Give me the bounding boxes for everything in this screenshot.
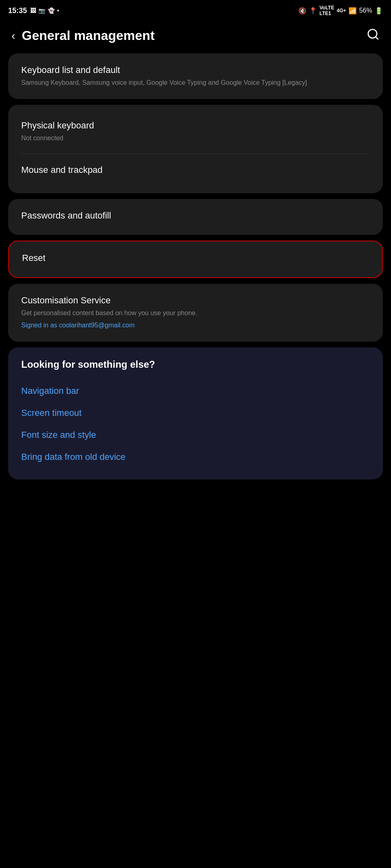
keyboard-list-card[interactable]: Keyboard list and default Samsung Keyboa… — [8, 53, 383, 99]
volte-icon: VoLTELTE1 — [320, 5, 334, 16]
physical-keyboard-card: Physical keyboard Not connected Mouse an… — [8, 105, 383, 193]
mouse-trackpad-title: Mouse and trackpad — [21, 165, 370, 175]
physical-keyboard-title: Physical keyboard — [21, 120, 370, 131]
customisation-service-title: Customisation Service — [21, 295, 370, 306]
snapchat-icon: 👻 — [48, 7, 55, 14]
mouse-trackpad-item[interactable]: Mouse and trackpad — [21, 161, 370, 182]
font-size-style-link[interactable]: Font size and style — [21, 424, 370, 446]
customisation-service-link: Signed in as coolarihant95@gmail.com — [21, 320, 370, 330]
looking-section: Looking for something else? Navigation b… — [8, 347, 383, 479]
looking-title: Looking for something else? — [21, 359, 370, 370]
keyboard-list-title: Keyboard list and default — [21, 65, 370, 75]
reset-title: Reset — [22, 253, 369, 263]
dot-icon: • — [57, 7, 59, 14]
status-right-icons: 🔇 📍 VoLTELTE1 4G+ 📶 56% 🔋 — [298, 5, 383, 16]
customisation-service-card[interactable]: Customisation Service Get personalised c… — [8, 284, 383, 342]
customisation-service-subtitle: Get personalised content based on how yo… — [21, 308, 370, 318]
status-time: 15:35 🖼 📷 👻 • — [8, 7, 59, 15]
physical-keyboard-subtitle: Not connected — [21, 133, 370, 143]
status-notification-icons: 🖼 📷 👻 • — [30, 7, 59, 14]
battery-icon: 🔋 — [375, 7, 383, 15]
instagram-icon: 📷 — [38, 7, 45, 14]
signal-icon: 📶 — [349, 7, 357, 15]
passwords-autofill-title: Passwords and autofill — [21, 210, 370, 221]
svg-line-1 — [375, 37, 378, 39]
settings-content: Keyboard list and default Samsung Keyboa… — [0, 53, 391, 488]
reset-card[interactable]: Reset — [8, 241, 383, 278]
passwords-autofill-card[interactable]: Passwords and autofill — [8, 199, 383, 235]
page-title: General management — [22, 28, 154, 43]
4g-icon: 4G+ — [337, 8, 346, 13]
location-icon: 📍 — [309, 7, 317, 15]
physical-keyboard-item[interactable]: Physical keyboard Not connected — [21, 116, 370, 147]
screen-timeout-link[interactable]: Screen timeout — [21, 402, 370, 424]
keyboard-list-subtitle: Samsung Keyboard, Samsung voice input, G… — [21, 78, 370, 88]
card-divider — [21, 154, 370, 154]
time-display: 15:35 — [8, 7, 27, 15]
search-button[interactable] — [367, 28, 380, 44]
header-left: ‹ General management — [11, 28, 155, 43]
status-bar: 15:35 🖼 📷 👻 • 🔇 📍 VoLTELTE1 4G+ 📶 56% 🔋 — [0, 0, 391, 20]
battery-level: 56% — [359, 7, 372, 14]
back-button[interactable]: ‹ — [11, 29, 15, 42]
page-header: ‹ General management — [0, 20, 391, 53]
gallery-icon: 🖼 — [30, 7, 36, 14]
navigation-bar-link[interactable]: Navigation bar — [21, 380, 370, 402]
mute-icon: 🔇 — [298, 7, 307, 15]
bring-data-link[interactable]: Bring data from old device — [21, 446, 370, 468]
